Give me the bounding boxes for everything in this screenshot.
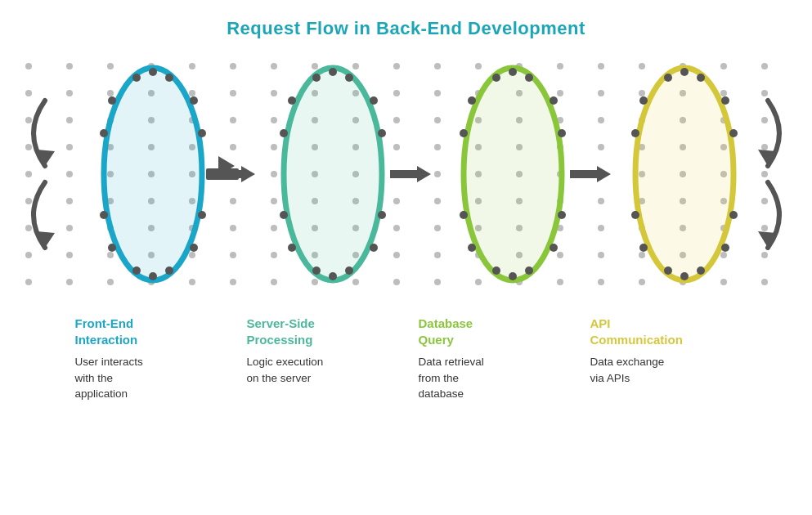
label-title-api: APICommunication — [590, 316, 683, 347]
svg-point-109 — [598, 198, 604, 204]
svg-point-239 — [697, 74, 705, 82]
svg-point-57 — [25, 144, 32, 150]
svg-point-167 — [639, 279, 645, 285]
svg-point-5 — [230, 63, 236, 69]
svg-point-162 — [434, 279, 441, 285]
svg-point-119 — [230, 225, 236, 231]
svg-point-200 — [288, 244, 296, 252]
svg-point-194 — [284, 68, 382, 280]
svg-point-66 — [393, 144, 400, 150]
svg-point-213 — [468, 96, 476, 105]
svg-point-196 — [288, 96, 296, 105]
svg-point-62 — [230, 144, 236, 150]
svg-point-179 — [149, 68, 157, 76]
svg-point-9 — [393, 63, 400, 69]
svg-point-178 — [132, 74, 141, 82]
svg-point-230 — [639, 96, 648, 105]
svg-point-113 — [761, 198, 768, 204]
label-title-serverside: Server-SideProcessing — [247, 316, 315, 347]
svg-point-4 — [189, 63, 195, 69]
svg-point-197 — [312, 74, 321, 82]
svg-point-166 — [598, 279, 604, 285]
svg-point-137 — [189, 252, 195, 258]
labels-area: Front-EndInteraction User interactswith … — [14, 316, 799, 402]
svg-point-20 — [66, 90, 73, 96]
svg-point-67 — [434, 144, 441, 150]
svg-point-233 — [631, 211, 639, 219]
svg-point-199 — [280, 211, 288, 219]
svg-point-153 — [66, 279, 73, 285]
svg-point-33 — [598, 90, 604, 96]
svg-point-143 — [434, 252, 441, 258]
svg-point-133 — [25, 252, 32, 258]
diagram-area: dots generated below — [14, 47, 799, 301]
svg-point-222 — [525, 74, 533, 82]
svg-point-32 — [557, 90, 563, 96]
label-title-frontend: Front-EndInteraction — [75, 316, 138, 347]
svg-point-175 — [104, 68, 202, 280]
svg-point-150 — [720, 252, 727, 258]
svg-point-34 — [639, 90, 645, 96]
svg-point-159 — [312, 279, 318, 285]
svg-point-154 — [107, 279, 114, 285]
label-desc-api: Data exchangevia APIs — [590, 354, 665, 386]
svg-point-216 — [460, 211, 468, 219]
svg-point-165 — [557, 279, 563, 285]
svg-point-203 — [378, 129, 386, 137]
svg-point-23 — [189, 90, 195, 96]
svg-point-224 — [550, 244, 558, 252]
svg-point-161 — [393, 279, 400, 285]
svg-point-176 — [100, 129, 108, 137]
svg-point-158 — [271, 279, 277, 285]
svg-point-223 — [558, 211, 566, 219]
svg-point-147 — [598, 252, 604, 258]
svg-point-95 — [25, 198, 32, 204]
svg-point-10 — [434, 63, 441, 69]
svg-point-94 — [761, 171, 768, 177]
svg-point-169 — [720, 279, 727, 285]
svg-point-228 — [635, 68, 733, 280]
svg-point-242 — [697, 266, 705, 275]
label-col-serverside: Server-SideProcessing Logic executionon … — [247, 316, 394, 402]
svg-point-120 — [271, 225, 277, 231]
svg-point-105 — [434, 198, 441, 204]
label-desc-frontend: User interactswith theapplication — [75, 354, 143, 402]
svg-point-104 — [393, 198, 400, 204]
svg-point-181 — [108, 244, 116, 252]
svg-point-236 — [680, 272, 689, 280]
diagram-svg: dots generated below — [14, 47, 799, 301]
svg-point-225 — [525, 266, 533, 275]
svg-point-139 — [271, 252, 277, 258]
svg-point-115 — [66, 225, 73, 231]
svg-marker-210 — [417, 166, 431, 182]
svg-point-17 — [720, 63, 727, 69]
svg-point-124 — [434, 225, 441, 231]
svg-point-82 — [271, 171, 277, 177]
svg-point-182 — [132, 266, 141, 275]
svg-point-47 — [393, 117, 400, 123]
svg-point-128 — [598, 225, 604, 231]
label-col-frontend: Front-EndInteraction User interactswith … — [75, 316, 222, 402]
svg-point-238 — [721, 96, 729, 105]
svg-point-212 — [460, 129, 468, 137]
svg-point-123 — [393, 225, 400, 231]
svg-point-14 — [598, 63, 604, 69]
svg-point-207 — [370, 244, 378, 252]
svg-point-2 — [107, 63, 114, 69]
svg-point-13 — [557, 63, 563, 69]
svg-point-220 — [558, 129, 566, 137]
svg-point-48 — [434, 117, 441, 123]
svg-point-160 — [352, 279, 359, 285]
svg-marker-227 — [597, 166, 611, 182]
svg-point-38 — [25, 117, 32, 123]
svg-point-214 — [492, 74, 500, 82]
svg-point-44 — [271, 117, 277, 123]
svg-point-201 — [312, 266, 321, 275]
svg-point-76 — [25, 171, 32, 177]
svg-point-19 — [25, 90, 32, 96]
svg-point-146 — [557, 252, 563, 258]
svg-point-235 — [664, 266, 672, 275]
svg-point-188 — [190, 244, 198, 252]
svg-point-43 — [230, 117, 236, 123]
svg-point-180 — [100, 211, 108, 219]
